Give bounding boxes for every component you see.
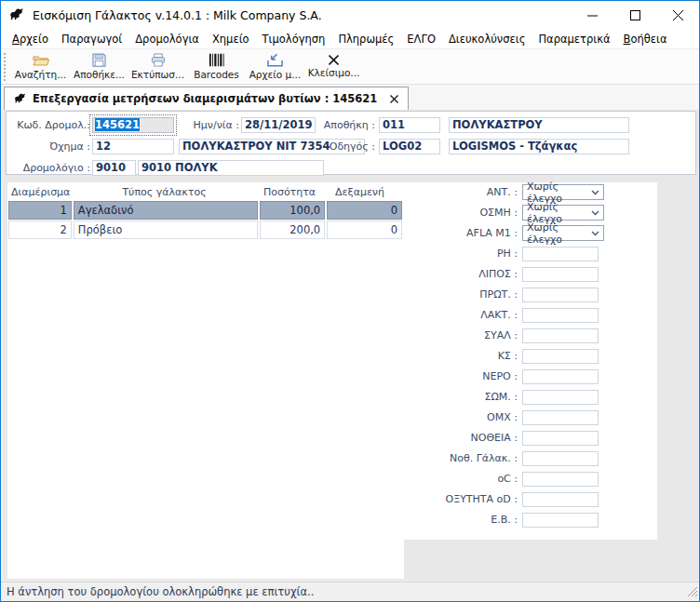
cell-milk-type[interactable]: Πρόβειο xyxy=(74,221,259,239)
cell-quantity[interactable]: 200,0 xyxy=(260,221,325,239)
date-input[interactable]: 28/11/2019 xyxy=(241,117,316,133)
close-button[interactable] xyxy=(656,1,699,29)
maximize-button[interactable] xyxy=(613,1,656,29)
water-input[interactable] xyxy=(522,369,599,384)
eb-input[interactable] xyxy=(522,513,599,528)
grid-header-row: Διαμέρισμα Τύπος γάλακτος Ποσότητα Δεξαμ… xyxy=(8,182,404,201)
driver-label: Οδηγός : xyxy=(321,139,375,154)
measure-row-acidity: ΟΞΥΤΗΤΑ οD : xyxy=(404,491,657,507)
fat-input[interactable] xyxy=(522,267,599,282)
tab-close-icon[interactable] xyxy=(390,95,398,103)
cell-tank[interactable]: 0 xyxy=(327,221,402,239)
measure-row-eb: Ε.Β. : xyxy=(404,512,657,528)
measure-row-temperature: οC : xyxy=(404,471,657,487)
route-code-value: 145621 xyxy=(95,118,140,131)
menu-payments[interactable]: Πληρωμές xyxy=(331,30,400,48)
warehouse-label: Αποθήκη : xyxy=(321,117,375,133)
window-title: Εισκόμιση Γάλακτος v.14.0.1 : Milk Compa… xyxy=(33,8,322,22)
route-number-input[interactable]: 9010 xyxy=(92,160,136,176)
milk-adulteration-input[interactable] xyxy=(522,451,599,466)
menu-file[interactable]: Αρχείο xyxy=(6,30,55,48)
syal-input[interactable] xyxy=(522,328,599,343)
app-window: Εισκόμιση Γάλακτος v.14.0.1 : Milk Compa… xyxy=(0,0,700,602)
form-content: Κωδ. Δρομολ.: 145621 Ημν/νία : 28/11/201… xyxy=(3,110,699,581)
toolbar-button-label: Αποθήκε... xyxy=(74,69,125,80)
open-folder-icon xyxy=(33,54,49,67)
statusbar: Η άντληση του δρομολογίου ολοκληρώθηκε μ… xyxy=(1,582,699,600)
cell-milk-type[interactable]: Αγελαδινό xyxy=(74,201,259,220)
measure-row-syal: ΣΥΑΛ : xyxy=(404,328,657,343)
route-label: Δρομολόγιο : xyxy=(8,160,90,176)
ant-select[interactable]: Χωρίς έλεγχο xyxy=(522,184,604,200)
save-icon xyxy=(92,53,106,67)
driver-code-input[interactable]: LOG02 xyxy=(379,139,440,154)
water-label: ΝΕΡΟ : xyxy=(404,370,522,382)
app-cow-icon xyxy=(9,7,25,23)
column-header-compartment[interactable]: Διαμέρισμα xyxy=(8,186,72,198)
menubar: Αρχείο Παραγωγοί Δρομολόγια Χημείο Τιμολ… xyxy=(1,29,699,49)
warehouse-name-field[interactable]: ΠΟΛΥΚΑΣΤΡΟΥ xyxy=(449,117,629,133)
somatic-input[interactable] xyxy=(522,390,599,405)
toolbar-grip[interactable] xyxy=(4,53,7,81)
minimize-button[interactable] xyxy=(571,1,613,29)
print-button[interactable]: Εκτύπωσ... xyxy=(128,50,187,84)
temperature-input[interactable] xyxy=(522,472,599,487)
measure-row-adulteration: ΝΟΘΕΙΑ : xyxy=(404,430,657,446)
menu-producers[interactable]: Παραγωγοί xyxy=(55,30,128,48)
tab-cow-icon xyxy=(14,92,27,106)
route-code-input[interactable]: 145621 xyxy=(92,117,174,133)
measure-row-somatic: ΣΩΜ. : xyxy=(404,389,657,405)
close-form-button[interactable]: Κλείσιμο... xyxy=(304,50,363,84)
route-name-field[interactable]: 9010 ΠΟΛΥΚ xyxy=(138,160,324,176)
ks-input[interactable] xyxy=(522,349,599,364)
toolbar-button-label: Εκτύπωσ... xyxy=(131,69,184,80)
protein-input[interactable] xyxy=(522,288,599,302)
export-file-button[interactable]: Αρχείο μ... xyxy=(246,50,304,84)
menu-parameters[interactable]: Παραμετρικά xyxy=(532,30,616,48)
save-button[interactable]: Αποθήκε... xyxy=(70,50,128,84)
vehicle-code-input[interactable]: 12 xyxy=(92,139,174,154)
ks-label: ΚΣ : xyxy=(404,350,522,362)
ph-input[interactable] xyxy=(522,247,599,261)
osmi-select[interactable]: Χωρίς έλεγχο xyxy=(522,205,604,221)
measure-row-water: ΝΕΡΟ : xyxy=(404,368,657,384)
cell-tank[interactable]: 0 xyxy=(327,201,402,220)
tab-measurements[interactable]: Επεξεργασία μετρήσεων διαμερισμάτων βυτί… xyxy=(4,87,409,110)
table-row[interactable]: 2 Πρόβειο 200,0 0 xyxy=(8,221,404,239)
adulteration-input[interactable] xyxy=(522,431,599,446)
measure-row-afla: AFLA M1 : Χωρίς έλεγχο xyxy=(404,225,657,241)
fat-label: ΛΙΠΟΣ : xyxy=(404,268,522,280)
column-header-quantity[interactable]: Ποσότητα xyxy=(257,186,322,198)
acidity-input[interactable] xyxy=(522,492,599,507)
cell-compartment[interactable]: 2 xyxy=(8,221,72,239)
table-row[interactable]: 1 Αγελαδινό 100,0 0 xyxy=(8,201,404,220)
afla-m1-select[interactable]: Χωρίς έλεγχο xyxy=(522,225,604,241)
menu-elgo[interactable]: ΕΛΓΟ xyxy=(400,30,442,48)
cell-compartment[interactable]: 1 xyxy=(8,201,72,220)
column-header-milk-type[interactable]: Τύπος γάλακτος xyxy=(72,186,257,198)
driver-name-field[interactable]: LOGISMOS - Τζάγκας xyxy=(449,139,629,154)
resize-grip[interactable] xyxy=(686,585,698,600)
chevron-down-icon xyxy=(591,207,599,219)
lactose-label: ΛΑΚΤ. : xyxy=(404,309,522,321)
route-header-panel: Κωδ. Δρομολ.: 145621 Ημν/νία : 28/11/201… xyxy=(6,111,696,175)
measure-row-omx: ΟΜΧ : xyxy=(404,409,657,425)
menu-utilities[interactable]: Διευκολύνσεις xyxy=(442,30,532,48)
menu-help[interactable]: Βοήθεια xyxy=(617,30,674,48)
cell-quantity[interactable]: 100,0 xyxy=(260,201,325,220)
menu-invoicing[interactable]: Τιμολόγηση xyxy=(256,30,332,48)
close-icon xyxy=(329,55,339,65)
tabbar: Επεξεργασία μετρήσεων διαμερισμάτων βυτί… xyxy=(1,85,699,110)
column-header-tank[interactable]: Δεξαμενή xyxy=(322,186,397,198)
menu-routes[interactable]: Δρομολόγια xyxy=(128,30,206,48)
toolbar: Αναζήτη... Αποθήκε... Εκτύπωσ... xyxy=(1,49,699,85)
omx-input[interactable] xyxy=(522,410,599,425)
lactose-input[interactable] xyxy=(522,308,599,323)
search-button[interactable]: Αναζήτη... xyxy=(11,50,70,84)
menu-lab[interactable]: Χημείο xyxy=(206,30,256,48)
titlebar: Εισκόμιση Γάλακτος v.14.0.1 : Milk Compa… xyxy=(1,1,699,29)
measure-row-milk-adulteration: Νοθ. Γάλακ. : xyxy=(404,450,657,466)
barcode-icon xyxy=(209,53,225,67)
warehouse-code-input[interactable]: 011 xyxy=(379,117,440,133)
barcodes-button[interactable]: Barcodes xyxy=(187,50,246,84)
